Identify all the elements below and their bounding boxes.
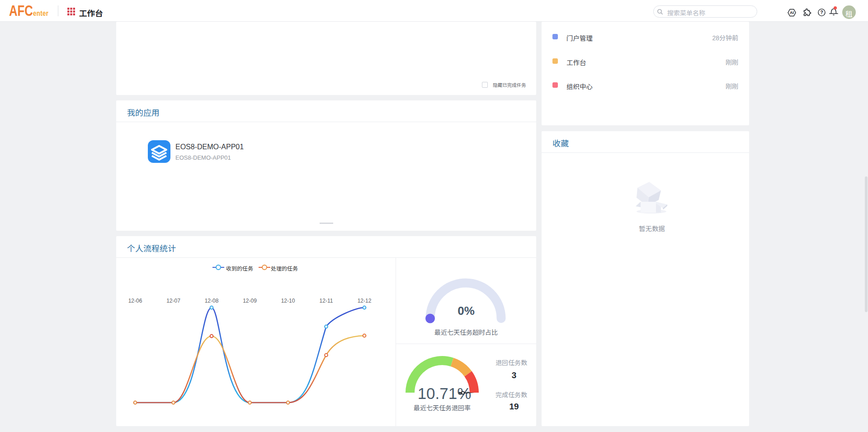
svg-text:AI: AI bbox=[790, 10, 794, 15]
svg-text:?: ? bbox=[820, 9, 823, 15]
